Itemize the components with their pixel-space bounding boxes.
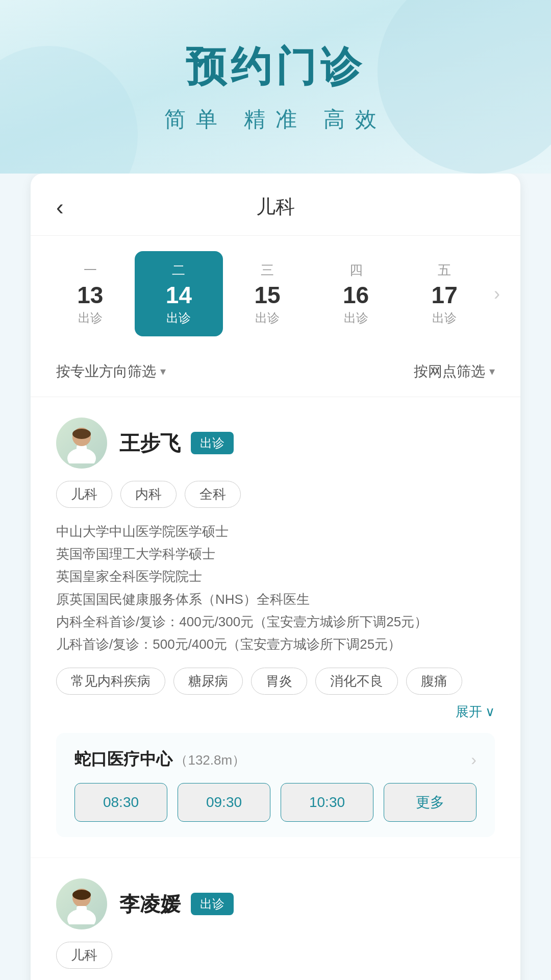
date-next-icon[interactable]: › (489, 278, 505, 310)
specialty-tag-3: 胃炎 (251, 668, 307, 695)
hero-title: 预约门诊 (186, 40, 365, 95)
filter-bar: 按专业方向筛选 ▾ 按网点筛选 ▾ (31, 352, 520, 397)
clinic-distance-1: （132.8m） (174, 752, 245, 768)
status-badge-1: 出诊 (191, 432, 234, 454)
weekday-5: 五 (438, 261, 451, 279)
page-title: 儿科 (56, 194, 495, 220)
date-item-17[interactable]: 五 17 出诊 (400, 251, 489, 336)
tag-pediatrics: 儿科 (56, 481, 112, 508)
date-number-1: 13 (77, 283, 103, 307)
specialty-tag-2: 糖尿病 (173, 668, 243, 695)
date-number-5: 17 (432, 283, 458, 307)
specialty-filter-button[interactable]: 按专业方向筛选 ▾ (56, 362, 166, 381)
time-slot-0930[interactable]: 09:30 (178, 783, 270, 822)
avatar-1 (56, 418, 107, 469)
weekday-4: 四 (349, 261, 363, 279)
specialty-filter-arrow-icon: ▾ (160, 365, 166, 378)
tag-pediatrics-2: 儿科 (56, 942, 112, 969)
location-filter-button[interactable]: 按网点筛选 ▾ (414, 362, 495, 381)
avatar-image-1 (56, 418, 107, 469)
weekday-2: 二 (172, 261, 185, 279)
specialty-tags-row-1: 常见内科疾病 糖尿病 胃炎 消化不良 腹痛 展开 ∨ (56, 668, 495, 721)
svg-rect-7 (77, 906, 87, 919)
doctor-card-2: 李凌媛 出诊 儿科 昆明医科大学硕士 原昆明市儿童医院儿科医生 (31, 858, 520, 980)
location-filter-arrow-icon: ▾ (489, 365, 495, 378)
doctor-header-1: 王步飞 出诊 (56, 418, 495, 469)
svg-point-8 (72, 890, 91, 900)
weekday-3: 三 (261, 261, 274, 279)
main-card: ‹ 儿科 一 13 出诊 二 14 出诊 三 15 出诊 四 16 出诊 五 1… (31, 174, 520, 980)
clinic-header-1[interactable]: 蛇口医疗中心 （132.8m） › (74, 748, 477, 771)
hero-subtitle: 简单 精准 高效 (164, 105, 386, 134)
specialty-tag-4: 消化不良 (315, 668, 398, 695)
clinic-box-1: 蛇口医疗中心 （132.8m） › 08:30 09:30 10:30 更多 (56, 733, 495, 837)
tags-row-1: 儿科 内科 全科 (56, 481, 495, 508)
date-number-3: 15 (254, 283, 280, 307)
time-slot-more[interactable]: 更多 (384, 783, 477, 822)
hero-section: 预约门诊 简单 精准 高效 (0, 0, 551, 174)
svg-point-4 (72, 429, 91, 439)
time-slots-1: 08:30 09:30 10:30 更多 (74, 783, 477, 822)
svg-rect-2 (77, 445, 87, 458)
date-item-15[interactable]: 三 15 出诊 (223, 251, 312, 336)
card-header: ‹ 儿科 (31, 174, 520, 236)
doctor-card-1: 王步飞 出诊 儿科 内科 全科 中山大学中山医学院医学硕士 英国帝国理工大学科学… (31, 397, 520, 858)
avatar-image-2 (56, 878, 107, 929)
date-status-4: 出诊 (344, 310, 368, 326)
date-item-13[interactable]: 一 13 出诊 (46, 251, 135, 336)
date-number-2: 14 (166, 283, 192, 307)
tags-row-2: 儿科 (56, 942, 495, 969)
time-slot-1030[interactable]: 10:30 (281, 783, 373, 822)
status-badge-2: 出诊 (191, 893, 234, 915)
doctor-name-row-2: 李凌媛 出诊 (119, 890, 234, 918)
doctor-header-2: 李凌媛 出诊 (56, 878, 495, 929)
tag-internal: 内科 (120, 481, 177, 508)
date-selector: 一 13 出诊 二 14 出诊 三 15 出诊 四 16 出诊 五 17 出诊 … (31, 236, 520, 352)
specialty-tag-1: 常见内科疾病 (56, 668, 165, 695)
expand-label-1: 展开 (456, 703, 482, 721)
date-item-16[interactable]: 四 16 出诊 (312, 251, 400, 336)
clinic-name-group: 蛇口医疗中心 （132.8m） (74, 748, 245, 771)
date-number-4: 16 (343, 283, 369, 307)
weekday-1: 一 (84, 261, 97, 279)
time-slot-0830[interactable]: 08:30 (74, 783, 167, 822)
date-status-1: 出诊 (78, 310, 103, 326)
date-status-2: 出诊 (166, 310, 191, 326)
clinic-name-1: 蛇口医疗中心 (74, 750, 172, 768)
specialty-filter-label: 按专业方向筛选 (56, 362, 156, 381)
avatar-2 (56, 878, 107, 929)
location-filter-label: 按网点筛选 (414, 362, 485, 381)
date-item-14[interactable]: 二 14 出诊 (135, 251, 223, 336)
doctor-desc-1: 中山大学中山医学院医学硕士 英国帝国理工大学科学硕士 英国皇家全科医学院院士 原… (56, 520, 495, 655)
clinic-chevron-icon: › (471, 750, 477, 769)
back-button[interactable]: ‹ (56, 194, 64, 220)
expand-chevron-icon: ∨ (485, 704, 495, 720)
doctor-name-2: 李凌媛 (119, 890, 181, 918)
doctor-name-1: 王步飞 (119, 429, 181, 457)
expand-button-1[interactable]: 展开 ∨ (456, 703, 495, 721)
date-status-3: 出诊 (255, 310, 280, 326)
doctor-name-row-1: 王步飞 出诊 (119, 429, 234, 457)
tag-general: 全科 (185, 481, 241, 508)
doctors-list: 王步飞 出诊 儿科 内科 全科 中山大学中山医学院医学硕士 英国帝国理工大学科学… (31, 397, 520, 980)
specialty-tag-5: 腹痛 (406, 668, 462, 695)
date-status-5: 出诊 (432, 310, 457, 326)
